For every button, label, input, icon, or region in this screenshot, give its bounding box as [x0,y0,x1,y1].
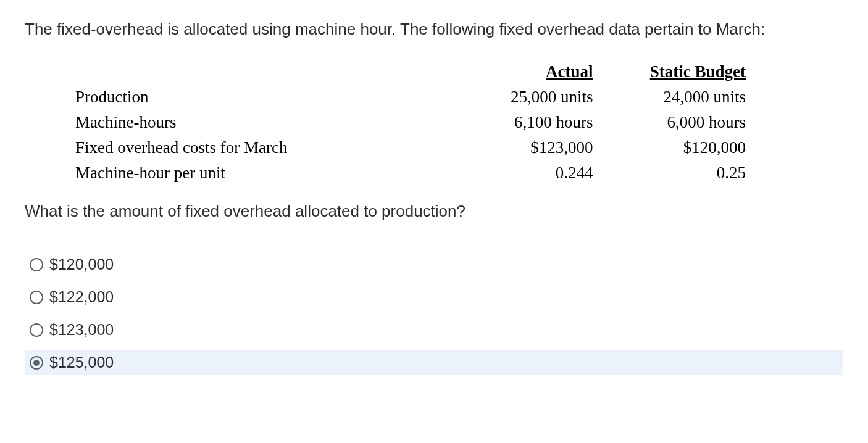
question-intro: The fixed-overhead is allocated using ma… [25,19,843,40]
row-budget: 24,000 units [607,85,758,109]
row-budget: 6,000 hours [607,110,758,135]
header-actual: Actual [454,60,605,84]
row-actual: 0.244 [454,161,605,185]
answer-option[interactable]: $125,000 [25,350,843,375]
answer-option[interactable]: $120,000 [25,252,843,277]
option-label: $120,000 [49,255,114,273]
row-budget: 0.25 [607,161,758,185]
row-label: Production [63,85,453,109]
answer-options: $120,000 $122,000 $123,000 $125,000 [25,252,843,375]
row-budget: $120,000 [607,136,758,160]
option-label: $125,000 [49,354,114,371]
radio-icon [30,356,43,370]
radio-icon [30,323,43,337]
option-label: $123,000 [49,321,114,339]
table-row: Production 25,000 units 24,000 units [63,85,758,109]
row-actual: 6,100 hours [454,110,605,135]
question-followup: What is the amount of fixed overhead all… [25,202,843,221]
data-table: Actual Static Budget Production 25,000 u… [62,59,759,186]
header-budget: Static Budget [607,60,758,84]
option-label: $122,000 [49,288,114,306]
answer-option[interactable]: $122,000 [25,284,843,310]
row-label: Machine-hours [63,110,453,135]
radio-icon [30,258,43,271]
table-row: Machine-hour per unit 0.244 0.25 [63,161,758,185]
row-label: Fixed overhead costs for March [63,136,453,160]
row-actual: 25,000 units [454,85,605,109]
table-row: Machine-hours 6,100 hours 6,000 hours [63,110,758,135]
row-label: Machine-hour per unit [63,161,453,185]
answer-option[interactable]: $123,000 [25,317,843,342]
row-actual: $123,000 [454,136,605,160]
radio-icon [30,291,43,304]
table-row: Fixed overhead costs for March $123,000 … [63,136,758,160]
